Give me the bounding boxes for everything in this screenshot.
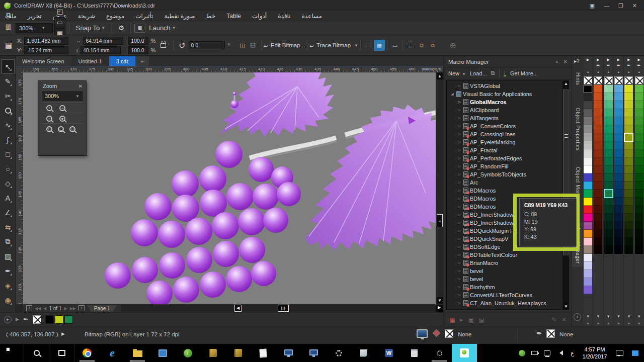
color-swatch[interactable] — [624, 222, 633, 230]
color-swatch[interactable] — [635, 93, 643, 101]
color-swatch[interactable] — [614, 85, 623, 93]
scroll-right-icon[interactable]: ▶ — [436, 305, 443, 312]
smart-fill-tool[interactable]: ◈ — [2, 278, 15, 293]
volume-icon[interactable] — [553, 350, 566, 355]
resample-bitmap-icon[interactable]: ▦ — [374, 40, 385, 51]
color-swatch[interactable] — [635, 222, 643, 230]
edit-bitmap-button[interactable]: ▱ Edit Bitmap... — [264, 42, 305, 49]
palette-expand-icon[interactable]: » — [634, 321, 643, 326]
rectangle-tool[interactable]: □ — [2, 147, 15, 161]
macro-tree-item[interactable]: ▷CT_Alan_Uzunluk_Hesaplaycs — [447, 299, 562, 307]
macro-load-button[interactable]: Load... — [470, 70, 487, 76]
color-swatch[interactable] — [614, 101, 623, 109]
options-gear-icon[interactable]: ⚙ — [116, 23, 127, 34]
color-swatch[interactable] — [604, 182, 613, 190]
color-swatch[interactable] — [584, 125, 592, 133]
color-swatch[interactable] — [614, 109, 623, 117]
palette-no-color-swatch[interactable] — [594, 76, 602, 84]
palette-no-color-swatch[interactable] — [604, 76, 613, 84]
color-swatch[interactable] — [635, 238, 643, 246]
tree-scroll-down-icon[interactable]: ▼ — [563, 303, 569, 310]
color-swatch[interactable] — [614, 182, 623, 190]
color-swatch[interactable] — [594, 206, 602, 214]
color-swatch[interactable] — [614, 238, 623, 246]
color-swatch[interactable] — [584, 133, 592, 141]
palette-chevron-down-icon[interactable]: ▼ — [593, 314, 603, 319]
palette-no-color-swatch[interactable] — [614, 76, 623, 84]
color-swatch[interactable] — [614, 190, 623, 198]
context-help-icon[interactable]: ▸? — [574, 58, 580, 64]
taskbar-app-calculator[interactable] — [401, 344, 427, 362]
color-swatch[interactable] — [635, 246, 643, 254]
color-swatch[interactable] — [624, 85, 633, 93]
bitmap-frame-icon[interactable]: ▭ — [389, 40, 400, 51]
taskbar-clock[interactable]: 4:57 PM 1/20/2017 — [579, 346, 611, 360]
network-icon[interactable] — [541, 350, 553, 355]
color-swatch[interactable] — [635, 230, 643, 238]
color-swatch[interactable] — [624, 246, 633, 254]
menu-item-5[interactable]: تأثيرات — [135, 13, 153, 20]
menu-item-10[interactable]: نافذة — [278, 13, 290, 20]
color-swatch[interactable] — [614, 157, 623, 165]
record-macro-icon[interactable]: ▦ — [449, 316, 455, 323]
color-swatch[interactable] — [584, 141, 592, 149]
menu-item-4[interactable]: موضوع — [106, 13, 124, 20]
macro-tree-item[interactable]: ▷AP_SymbolsToObjects — [447, 170, 562, 178]
docker-collapse-icon[interactable]: » — [555, 59, 558, 64]
vertical-ruler[interactable]: 175170165160155150145140135130125120115 — [16, 72, 23, 304]
macro-tree-item[interactable]: ▷AP_EyeletMarking — [447, 138, 562, 146]
restore-button[interactable]: ❐ — [618, 3, 623, 9]
color-swatch[interactable] — [624, 238, 633, 246]
macro-tree-item[interactable]: ▷Arc — [447, 178, 562, 187]
taskbar-app-word[interactable]: W — [376, 344, 401, 362]
palette-eyedropper-icon[interactable]: ✒ — [614, 63, 623, 70]
copy-icon[interactable]: ⧉ — [3, 10, 14, 21]
coords-arrow-icon[interactable]: ▶ — [61, 331, 65, 336]
color-swatch[interactable] — [604, 109, 613, 117]
color-swatch[interactable] — [614, 165, 623, 173]
zoom-selected-button[interactable]: ▫ — [46, 116, 52, 122]
tray-idm-icon[interactable] — [516, 350, 528, 356]
color-swatch[interactable] — [624, 214, 633, 222]
color-swatch[interactable] — [635, 206, 643, 214]
macro-tree-item[interactable]: ▷BDTableTextColour — [447, 251, 562, 259]
display-color-icon[interactable] — [417, 329, 428, 338]
color-swatch[interactable] — [584, 262, 592, 270]
color-swatch[interactable] — [594, 190, 602, 198]
color-swatch[interactable] — [594, 246, 602, 254]
color-swatch[interactable] — [614, 222, 623, 230]
docker-tab-object-properties[interactable]: Object Properties — [572, 105, 583, 154]
color-swatch[interactable] — [604, 214, 613, 222]
tab-welcome-screen[interactable]: Welcome Screen — [15, 56, 71, 66]
shape-tool[interactable]: ✎ — [2, 74, 15, 88]
macro-tree-item[interactable]: ▷AP_ConvertColors — [447, 122, 562, 130]
palette-chevron-down-icon[interactable]: ▼ — [634, 314, 643, 319]
taskbar-app-notes-app[interactable] — [351, 344, 376, 362]
account-icon[interactable]: ▣ — [590, 3, 595, 9]
color-swatch[interactable] — [635, 182, 643, 190]
docker-close-icon[interactable]: ✕ — [564, 59, 568, 64]
palette-expand-icon[interactable]: » — [593, 321, 603, 326]
polygon-tool[interactable]: ◇ — [2, 176, 15, 191]
palette-chevron-up-icon[interactable]: ▲ — [593, 70, 603, 76]
language-indicator[interactable]: ع — [566, 350, 579, 356]
color-swatch[interactable] — [624, 198, 633, 206]
macro-tree-item[interactable]: ▷GlobalMacros — [447, 98, 562, 106]
taskbar-app-dictionary-2[interactable] — [225, 344, 251, 362]
battery-icon[interactable] — [528, 351, 541, 355]
palette-chevron-down-icon[interactable]: ▼ — [583, 314, 593, 319]
color-swatch[interactable] — [624, 182, 633, 190]
outline-none-swatch[interactable] — [546, 329, 555, 338]
color-swatch[interactable] — [604, 157, 613, 165]
color-swatch[interactable] — [624, 190, 633, 198]
color-swatch[interactable] — [594, 101, 602, 109]
palette-no-color-swatch[interactable] — [635, 76, 643, 84]
color-swatch[interactable] — [624, 133, 633, 141]
no-color-swatch[interactable] — [33, 315, 41, 324]
scroll-down-icon[interactable]: ▼ — [437, 297, 443, 304]
color-swatch[interactable] — [624, 206, 633, 214]
add-swatch-icon[interactable]: + — [4, 316, 12, 323]
palette-eyedropper-icon[interactable]: ✒ — [593, 63, 603, 70]
interactive-fill-tool[interactable]: ◉ — [2, 293, 15, 307]
color-swatch[interactable] — [584, 109, 592, 117]
